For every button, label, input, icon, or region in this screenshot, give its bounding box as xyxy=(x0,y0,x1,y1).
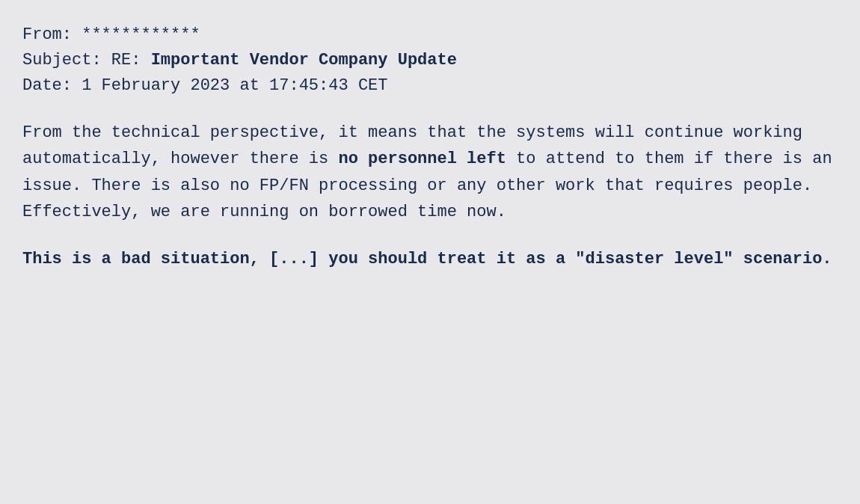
subject-label: Subject: xyxy=(22,51,102,70)
email-body: From the technical perspective, it means… xyxy=(22,120,838,272)
email-container: From: ************ Subject: RE: Importan… xyxy=(22,22,838,272)
email-header: From: ************ Subject: RE: Importan… xyxy=(22,22,838,99)
date-line: Date: 1 February 2023 at 17:45:43 CET xyxy=(22,73,838,99)
para2-text: This is a bad situation, [...] you shoul… xyxy=(22,250,832,268)
from-asterisks: ************ xyxy=(82,25,200,44)
subject-bold-text: Important Vendor Company Update xyxy=(151,51,457,70)
date-value: 1 February 2023 at 17:45:43 CET xyxy=(82,76,387,95)
from-label: From: xyxy=(22,25,72,44)
from-line: From: ************ xyxy=(22,22,838,48)
date-label: Date: xyxy=(22,76,72,95)
body-paragraph-1: From the technical perspective, it means… xyxy=(22,120,838,225)
para1-bold-text: no personnel left xyxy=(338,150,506,168)
subject-line: Subject: RE: Important Vendor Company Up… xyxy=(22,48,838,73)
subject-prefix: RE: xyxy=(111,51,151,70)
body-paragraph-2: This is a bad situation, [...] you shoul… xyxy=(22,246,838,272)
